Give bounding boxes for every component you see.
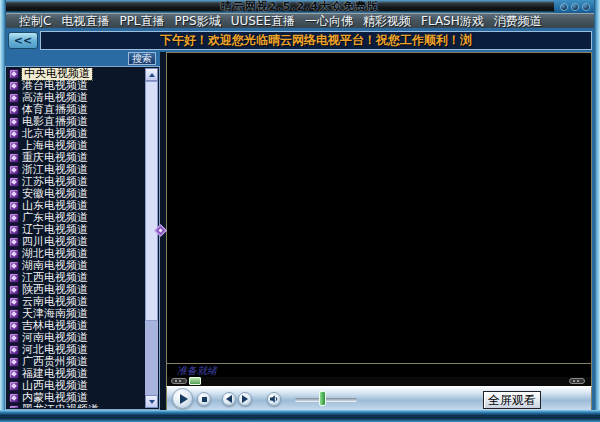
menu-item[interactable]: 控制C xyxy=(14,14,56,28)
channel-icon xyxy=(9,225,19,235)
play-icon xyxy=(180,394,188,404)
channel-icon xyxy=(9,297,19,307)
menu-item[interactable]: PPL直播 xyxy=(114,14,169,28)
channel-icon xyxy=(9,249,19,259)
channel-icon xyxy=(9,69,19,79)
channel-icon xyxy=(9,189,19,199)
scrollbar-thumb[interactable] xyxy=(145,81,158,321)
seek-left-button[interactable] xyxy=(171,378,187,384)
channel-icon xyxy=(9,81,19,91)
channel-label: 黑龙江电视频道 xyxy=(22,404,99,408)
window-controls xyxy=(554,0,594,13)
channel-icon xyxy=(9,177,19,187)
channel-icon xyxy=(9,333,19,343)
menu-item[interactable]: FLASH游戏 xyxy=(416,14,489,28)
stop-button[interactable] xyxy=(197,392,211,406)
channel-icon xyxy=(9,309,19,319)
channel-icon xyxy=(9,381,19,391)
scrollbar-up-button[interactable] xyxy=(145,68,158,81)
channel-icon xyxy=(9,165,19,175)
channel-icon xyxy=(9,273,19,283)
search-button[interactable]: 搜索 xyxy=(128,52,156,65)
seek-right-button[interactable] xyxy=(569,378,585,384)
play-button[interactable] xyxy=(172,388,193,409)
window-border-bottom xyxy=(0,410,600,422)
player-control-bar: 全屏观看 xyxy=(166,386,592,410)
channel-icon xyxy=(9,369,19,379)
menu-item[interactable]: 消费频道 xyxy=(489,14,547,28)
channel-icon xyxy=(9,345,19,355)
scrollbar-down-button[interactable] xyxy=(145,395,158,408)
minimize-button[interactable] xyxy=(560,3,568,11)
channel-item[interactable]: 黑龙江电视频道 xyxy=(7,404,145,408)
channel-icon xyxy=(9,129,19,139)
channel-icon xyxy=(9,141,19,151)
fullscreen-button[interactable]: 全屏观看 xyxy=(483,391,541,409)
marquee-banner: 下午好！欢迎您光临晴云网络电视平台！祝您工作顺利！浏 xyxy=(40,31,592,50)
speaker-icon xyxy=(269,394,279,404)
channel-icon xyxy=(9,285,19,295)
channel-icon xyxy=(9,393,19,403)
window-title: 晴云网视2.5.2.4大众免费版 xyxy=(221,0,379,13)
channel-icon xyxy=(9,213,19,223)
seek-thumb[interactable] xyxy=(189,377,201,385)
previous-icon xyxy=(226,395,232,403)
channel-icon xyxy=(9,405,19,408)
menu-bar: 控制C电视直播PPL直播PPS影城UUSEE直播一心向佛精彩视频FLASH游戏消… xyxy=(6,13,594,28)
mute-button[interactable] xyxy=(267,392,281,406)
title-bar: 晴云网视2.5.2.4大众免费版 xyxy=(6,0,594,13)
maximize-button[interactable] xyxy=(571,3,579,11)
channel-icon xyxy=(9,201,19,211)
next-icon xyxy=(242,395,248,403)
close-button[interactable] xyxy=(582,3,590,11)
menu-item[interactable]: PPS影城 xyxy=(170,14,226,28)
volume-slider[interactable] xyxy=(295,398,357,401)
channel-list: 中央电视频道港台电视频道高清电视频道体育直播频道电影直播频道北京电视频道上海电视… xyxy=(7,68,145,408)
channel-icon xyxy=(9,153,19,163)
chevron-up-icon xyxy=(149,73,155,77)
seek-bar[interactable] xyxy=(166,377,592,386)
next-button[interactable] xyxy=(238,392,252,406)
status-text: 准备就绪 xyxy=(166,364,592,377)
chevron-down-icon xyxy=(149,400,155,404)
channel-listbox: 中央电视频道港台电视频道高清电视频道体育直播频道电影直播频道北京电视频道上海电视… xyxy=(5,66,160,410)
channel-icon xyxy=(9,321,19,331)
channel-icon xyxy=(9,117,19,127)
menu-item[interactable]: 电视直播 xyxy=(56,14,114,28)
menu-item[interactable]: 精彩视频 xyxy=(358,14,416,28)
scrollbar-track[interactable] xyxy=(145,68,158,408)
channel-icon xyxy=(9,357,19,367)
previous-button[interactable] xyxy=(222,392,236,406)
channel-icon xyxy=(9,93,19,103)
collapse-sidebar-button[interactable]: << xyxy=(8,32,38,49)
volume-knob[interactable] xyxy=(319,391,326,406)
channel-icon xyxy=(9,237,19,247)
window-border-right xyxy=(594,0,600,422)
stop-icon xyxy=(202,397,207,402)
channel-icon xyxy=(9,105,19,115)
video-display xyxy=(166,52,592,364)
channel-icon xyxy=(9,261,19,271)
menu-item[interactable]: UUSEE直播 xyxy=(226,14,300,28)
menu-item[interactable]: 一心向佛 xyxy=(300,14,358,28)
